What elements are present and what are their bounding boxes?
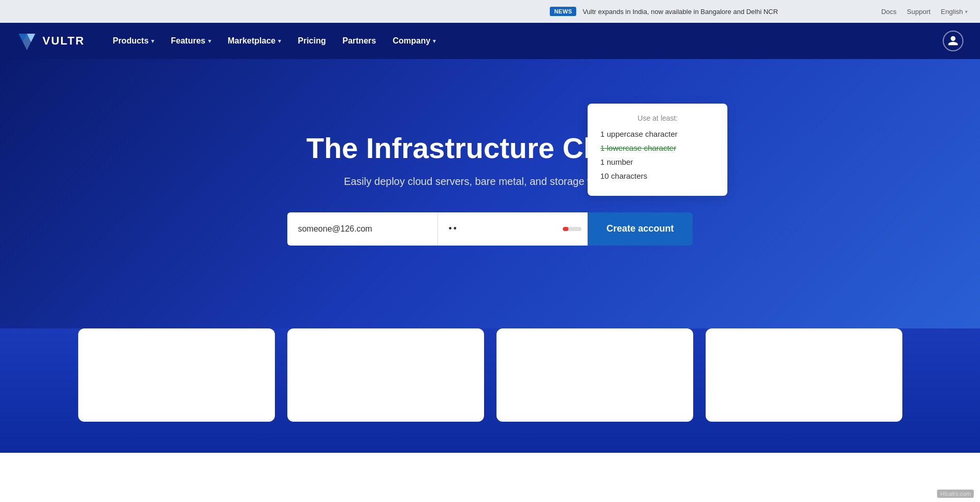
nav-marketplace[interactable]: Marketplace ▾ bbox=[221, 32, 289, 50]
products-chevron-icon: ▾ bbox=[151, 38, 154, 45]
docs-link[interactable]: Docs bbox=[881, 8, 897, 16]
logo-text: VULTR bbox=[42, 34, 85, 48]
main-nav: VULTR Products ▾ Features ▾ Marketplace … bbox=[0, 23, 980, 59]
company-chevron-icon: ▾ bbox=[433, 38, 436, 45]
tooltip-title: Use at least: bbox=[600, 114, 715, 122]
card-3 bbox=[496, 328, 693, 422]
create-account-button[interactable]: Create account bbox=[588, 212, 692, 246]
nav-links: Products ▾ Features ▾ Marketplace ▾ Pric… bbox=[106, 32, 943, 50]
tooltip-number: 1 number bbox=[600, 157, 715, 166]
email-input[interactable] bbox=[287, 212, 437, 246]
password-wrapper: Use at least: 1 uppercase character 1 lo… bbox=[437, 212, 588, 246]
language-label: English bbox=[941, 8, 963, 16]
tooltip-uppercase: 1 uppercase character bbox=[600, 130, 715, 138]
cards-section bbox=[0, 328, 980, 453]
logo[interactable]: VULTR bbox=[17, 31, 85, 51]
nav-products[interactable]: Products ▾ bbox=[106, 32, 162, 50]
tooltip-characters: 10 characters bbox=[600, 171, 715, 180]
nav-right bbox=[943, 31, 963, 51]
hero-signup-form: Use at least: 1 uppercase character 1 lo… bbox=[257, 212, 723, 246]
marketplace-chevron-icon: ▾ bbox=[278, 38, 281, 45]
chevron-down-icon: ▾ bbox=[965, 9, 968, 15]
hero-section: The Infrastructure Cloud™ Easily deploy … bbox=[0, 59, 980, 328]
announcement-bar: NEWS Vultr expands in India, now availab… bbox=[0, 0, 980, 23]
nav-partners[interactable]: Partners bbox=[335, 32, 383, 50]
features-chevron-icon: ▾ bbox=[208, 38, 211, 45]
user-icon bbox=[947, 35, 959, 47]
card-2 bbox=[287, 328, 484, 422]
nav-features[interactable]: Features ▾ bbox=[164, 32, 218, 50]
announcement-text: Vultr expands in India, now available in… bbox=[582, 8, 778, 16]
nav-company[interactable]: Company ▾ bbox=[385, 32, 443, 50]
announcement-center: NEWS Vultr expands in India, now availab… bbox=[447, 7, 881, 16]
password-tooltip: Use at least: 1 uppercase character 1 lo… bbox=[588, 104, 727, 196]
language-selector[interactable]: English ▾ bbox=[941, 8, 968, 16]
card-1 bbox=[78, 328, 275, 422]
user-account-button[interactable] bbox=[943, 31, 963, 51]
password-strength-fill bbox=[563, 227, 568, 231]
password-strength-bar bbox=[563, 227, 581, 231]
announcement-right: Docs Support English ▾ bbox=[881, 8, 968, 16]
tooltip-lowercase: 1 lowercase character bbox=[600, 144, 715, 152]
vultr-logo-icon bbox=[17, 31, 37, 51]
support-link[interactable]: Support bbox=[907, 8, 931, 16]
news-badge: NEWS bbox=[550, 7, 576, 16]
nav-pricing[interactable]: Pricing bbox=[290, 32, 333, 50]
card-4 bbox=[706, 328, 902, 422]
